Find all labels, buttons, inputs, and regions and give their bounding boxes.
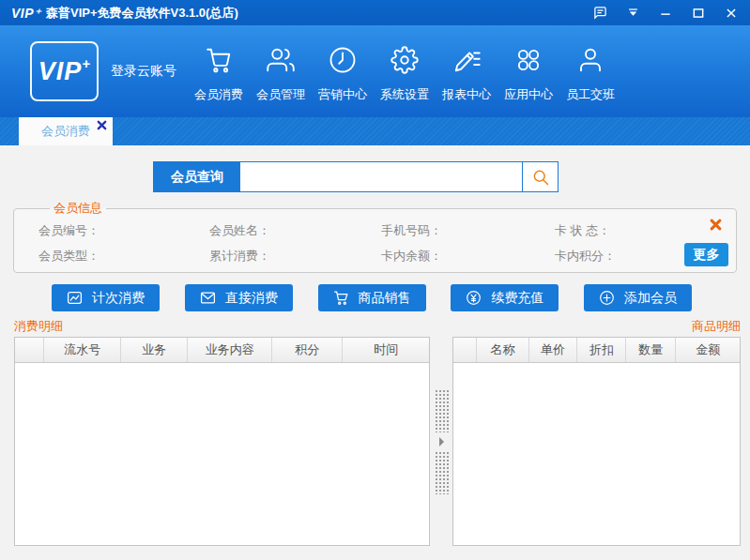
field-phone: 手机号码：	[381, 221, 555, 240]
nav-label: 会员消费	[194, 86, 243, 103]
tab-label: 会员消费	[41, 123, 90, 140]
nav-label: 报表中心	[442, 86, 491, 103]
add-member-button[interactable]: 添加会员	[584, 284, 692, 311]
direct-consume-button[interactable]: 直接消费	[185, 284, 293, 311]
person-icon	[576, 44, 605, 76]
envelope-icon	[200, 290, 216, 306]
col-name[interactable]: 名称	[476, 338, 528, 362]
action-buttons-row: 计次消费 直接消费 商品销售	[0, 284, 750, 311]
field-label: 卡内积分：	[555, 248, 616, 265]
member-query-button[interactable]: 会员查询	[154, 162, 240, 191]
action-label: 商品销售	[359, 290, 411, 307]
feedback-icon[interactable]	[592, 6, 607, 21]
tab-strip: 会员消费	[0, 117, 750, 145]
maximize-icon[interactable]	[691, 6, 706, 21]
action-label: 续费充值	[491, 290, 543, 307]
col-points[interactable]: 积分	[272, 338, 343, 362]
action-label: 添加会员	[624, 290, 677, 307]
goods-detail-title: 商品明细	[452, 319, 741, 337]
recharge-button[interactable]: 续费充值	[451, 284, 559, 311]
goods-header-row: 名称 单价 折扣 数量 金额	[453, 338, 740, 362]
nav-label: 营销中心	[318, 86, 367, 103]
member-info-panel: 会员信息 会员编号： 会员姓名： 手机号码： 卡 状 态：	[13, 200, 737, 273]
goods-sale-button[interactable]: 商品销售	[318, 284, 426, 311]
col-serial-no[interactable]: 流水号	[44, 338, 121, 362]
vip-logo-text: VIP	[38, 57, 83, 86]
yuan-circle-icon	[466, 290, 482, 306]
nav-staff-shift[interactable]: 员工交班	[559, 40, 621, 103]
col-amount[interactable]: 金额	[676, 338, 740, 362]
splitter-grip-bottom	[435, 451, 449, 494]
search-icon	[531, 168, 550, 187]
nav-member-manage[interactable]: 会员管理	[250, 40, 312, 103]
consume-detail-grid: 流水号 业务 业务内容 积分 时间	[14, 337, 430, 546]
field-label: 累计消费：	[209, 248, 270, 265]
nav-label: 会员管理	[256, 86, 305, 103]
table-splitter[interactable]	[430, 337, 452, 546]
cart-icon	[333, 290, 349, 306]
consume-detail-title: 消费明细	[14, 319, 430, 337]
col-quantity[interactable]: 数量	[626, 338, 676, 362]
window-title: 森普VIP+免费会员软件V3.1.0(总店)	[46, 5, 238, 22]
col-row-indicator	[15, 338, 44, 362]
detail-tables: 消费明细 流水号 业务 业务内容 积分 时间	[0, 319, 750, 546]
main-nav: 会员消费 会员管理 营销中心	[188, 40, 621, 103]
nav-app-center[interactable]: 应用中心	[497, 40, 559, 103]
action-label: 计次消费	[92, 290, 145, 307]
goods-detail-panel: 商品明细 名称 单价 折扣 数量 金额	[452, 319, 741, 546]
consume-header-row: 流水号 业务 业务内容 积分 时间	[15, 338, 429, 362]
col-unit-price[interactable]: 单价	[529, 338, 577, 362]
col-business[interactable]: 业务	[120, 338, 187, 362]
action-label: 直接消费	[225, 290, 278, 307]
gear-icon	[390, 44, 419, 76]
field-label: 会员编号：	[38, 222, 99, 239]
tab-member-consume[interactable]: 会员消费	[19, 117, 113, 145]
cloud-login-link[interactable]: 登录云账号	[111, 63, 176, 80]
count-consume-icon	[67, 290, 83, 306]
nav-label: 应用中心	[504, 86, 553, 103]
member-consume-page: 会员查询 会员信息 会员编号： 会员姓名：	[0, 161, 750, 560]
vip-logo: VIP+	[30, 41, 99, 101]
field-member-type: 会员类型：	[38, 247, 209, 265]
main-toolbar: VIP+ 登录云账号 会员消费 会员管理	[0, 25, 750, 117]
field-card-balance: 卡内余额：	[381, 247, 555, 265]
search-button[interactable]	[522, 162, 558, 191]
member-search-input[interactable]	[240, 162, 522, 191]
tab-close-icon[interactable]	[97, 120, 107, 130]
member-info-fields: 会员编号： 会员姓名： 手机号码： 卡 状 态： 会员类型： 累计消费：	[38, 221, 736, 265]
col-business-content[interactable]: 业务内容	[188, 338, 272, 362]
nav-label: 系统设置	[380, 86, 429, 103]
field-label: 卡内余额：	[381, 248, 442, 265]
minimize-icon[interactable]	[658, 6, 673, 21]
clock-icon	[329, 44, 357, 76]
more-button[interactable]: 更多	[684, 243, 728, 266]
col-row-indicator	[453, 338, 476, 362]
col-time[interactable]: 时间	[343, 338, 429, 362]
field-label: 手机号码：	[381, 222, 442, 239]
member-info-close-icon[interactable]	[710, 219, 722, 231]
splitter-collapse-arrow-icon[interactable]	[439, 437, 444, 446]
field-total-consume: 累计消费：	[209, 247, 381, 265]
skin-menu-icon[interactable]	[625, 6, 640, 21]
vip-logo-plus: +	[82, 55, 90, 71]
consume-detail-panel: 消费明细 流水号 业务 业务内容 积分 时间	[14, 319, 430, 546]
goods-detail-grid: 名称 单价 折扣 数量 金额	[452, 337, 741, 546]
titlebar: VIP⁺ 森普VIP+免费会员软件V3.1.0(总店)	[0, 0, 750, 25]
pen-icon	[452, 44, 481, 76]
field-member-no: 会员编号：	[38, 221, 209, 240]
splitter-grip-top	[435, 389, 449, 432]
nav-marketing-center[interactable]: 营销中心	[312, 40, 374, 103]
member-search-bar: 会员查询	[153, 161, 559, 192]
window-controls	[592, 6, 739, 21]
nav-member-consume[interactable]: 会员消费	[188, 40, 250, 103]
plus-circle-icon	[599, 290, 615, 306]
field-label: 卡 状 态：	[555, 222, 610, 239]
titlebar-logo: VIP⁺	[11, 6, 41, 21]
nav-report-center[interactable]: 报表中心	[436, 40, 497, 103]
col-discount[interactable]: 折扣	[577, 338, 626, 362]
cart-icon	[205, 44, 233, 76]
nav-system-settings[interactable]: 系统设置	[374, 40, 436, 103]
count-consume-button[interactable]: 计次消费	[52, 284, 160, 311]
users-icon	[267, 44, 295, 76]
close-icon[interactable]	[724, 6, 739, 21]
